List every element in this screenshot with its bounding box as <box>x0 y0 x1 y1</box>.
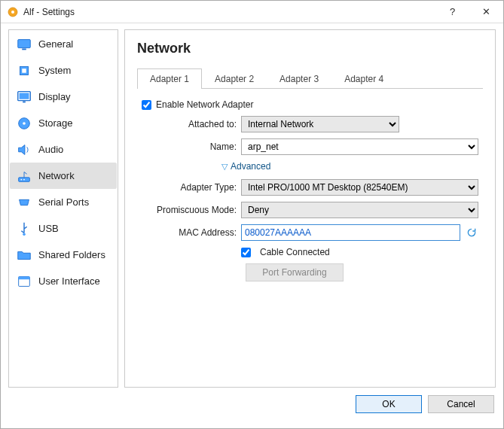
content-panel: Network Adapter 1 Adapter 2 Adapter 3 Ad… <box>124 29 496 388</box>
attached-to-label: Attached to: <box>142 119 241 129</box>
chip-icon <box>16 62 32 79</box>
tab-adapter-4[interactable]: Adapter 4 <box>331 68 396 89</box>
sidebar-item-general[interactable]: General <box>10 31 117 57</box>
sidebar-item-label: Audio <box>38 144 63 155</box>
sidebar-item-label: System <box>38 65 71 76</box>
name-select[interactable]: arp_net <box>241 138 478 155</box>
cable-connected-label: Cable Connected <box>260 247 330 257</box>
ok-button[interactable]: OK <box>356 395 422 413</box>
svg-point-14 <box>23 233 26 236</box>
port-forwarding-button: Port Forwarding <box>246 263 344 281</box>
page-title: Network <box>137 41 483 56</box>
app-icon <box>7 6 19 18</box>
category-list: General System Display Storage Audio <box>8 29 118 388</box>
window-title: Alf - Settings <box>23 7 435 17</box>
sidebar-item-label: User Interface <box>38 275 100 287</box>
sidebar-item-label: Storage <box>38 117 73 129</box>
network-icon <box>16 168 32 184</box>
disk-icon <box>16 115 32 132</box>
sidebar-item-shared-folders[interactable]: Shared Folders <box>10 242 117 268</box>
sidebar-item-serial-ports[interactable]: Serial Ports <box>10 189 117 215</box>
mac-label: MAC Address: <box>142 227 241 238</box>
svg-rect-8 <box>23 101 26 102</box>
folder-icon <box>16 247 32 263</box>
window-titlebar: Alf - Settings ? ✕ <box>1 1 503 23</box>
promiscuous-select[interactable]: Deny <box>241 202 478 218</box>
help-button[interactable]: ? <box>435 1 469 23</box>
refresh-mac-button[interactable] <box>465 226 478 239</box>
sidebar-item-label: Display <box>38 91 71 102</box>
serial-icon <box>16 194 32 211</box>
svg-point-12 <box>20 178 22 180</box>
name-label: Name: <box>142 141 241 152</box>
svg-rect-16 <box>19 276 30 279</box>
display-icon <box>16 89 32 105</box>
tab-adapter-1[interactable]: Adapter 1 <box>137 68 202 89</box>
svg-rect-5 <box>22 68 26 73</box>
sidebar-item-network[interactable]: Network <box>10 163 117 189</box>
svg-point-10 <box>23 122 26 125</box>
enable-adapter-label: Enable Network Adapter <box>156 99 253 110</box>
attached-to-select[interactable]: Internal Network <box>241 116 399 132</box>
svg-rect-7 <box>20 93 29 99</box>
cable-connected-checkbox[interactable] <box>241 248 251 257</box>
ui-icon <box>16 273 32 290</box>
sidebar-item-storage[interactable]: Storage <box>10 110 117 136</box>
tab-adapter-2[interactable]: Adapter 2 <box>202 68 267 89</box>
svg-rect-2 <box>18 39 31 47</box>
sidebar-item-user-interface[interactable]: User Interface <box>10 268 117 294</box>
adapter-tabs: Adapter 1 Adapter 2 Adapter 3 Adapter 4 <box>137 68 483 89</box>
sidebar-item-label: Shared Folders <box>38 249 105 260</box>
enable-adapter-checkbox[interactable] <box>142 100 151 110</box>
promiscuous-label: Promiscuous Mode: <box>142 205 241 215</box>
sidebar-item-label: Network <box>38 170 75 181</box>
sidebar-item-audio[interactable]: Audio <box>10 136 117 163</box>
sidebar-item-label: USB <box>38 223 59 234</box>
adapter-type-label: Adapter Type: <box>142 182 241 193</box>
svg-rect-3 <box>22 48 26 50</box>
close-button[interactable]: ✕ <box>469 1 503 23</box>
svg-point-1 <box>11 11 14 14</box>
advanced-label: Advanced <box>231 161 270 172</box>
adapter-type-select[interactable]: Intel PRO/1000 MT Desktop (82540EM) <box>241 179 478 196</box>
sidebar-item-display[interactable]: Display <box>10 84 117 110</box>
chevron-down-icon: ▽ <box>221 162 228 172</box>
sidebar-item-label: Serial Ports <box>38 196 89 208</box>
dialog-footer: OK Cancel <box>8 388 496 421</box>
tab-adapter-3[interactable]: Adapter 3 <box>267 68 331 89</box>
sidebar-item-system[interactable]: System <box>10 57 117 84</box>
advanced-toggle[interactable]: ▽ Advanced <box>142 161 478 172</box>
svg-point-13 <box>23 178 25 180</box>
sidebar-item-usb[interactable]: USB <box>10 215 117 242</box>
usb-icon <box>16 221 32 237</box>
speaker-icon <box>16 141 32 158</box>
mac-address-input[interactable] <box>241 224 460 241</box>
monitor-icon <box>16 36 32 53</box>
sidebar-item-label: General <box>38 38 73 50</box>
cancel-button[interactable]: Cancel <box>428 395 494 413</box>
